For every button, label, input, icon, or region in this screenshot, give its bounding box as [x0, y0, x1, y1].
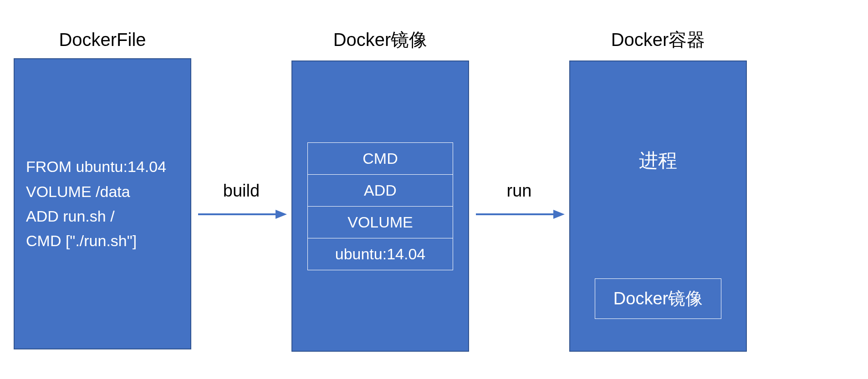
dockerfile-content: FROM ubuntu:14.04 VOLUME /data ADD run.s…	[15, 59, 190, 349]
dockerfile-line-add: ADD run.sh /	[26, 204, 179, 228]
layer-ubuntu: ubuntu:14.04	[308, 238, 453, 270]
container-title: Docker容器	[611, 27, 705, 52]
run-arrow-block: run	[469, 181, 569, 221]
container-column: Docker容器 进程 Docker镜像	[569, 27, 747, 352]
layer-stack: CMD ADD VOLUME ubuntu:14.04	[307, 142, 453, 270]
image-layers: CMD ADD VOLUME ubuntu:14.04	[292, 61, 468, 351]
build-arrow-block: build	[191, 181, 291, 221]
dockerfile-box: FROM ubuntu:14.04 VOLUME /data ADD run.s…	[14, 58, 191, 349]
image-column: Docker镜像 CMD ADD VOLUME ubuntu:14.04	[291, 27, 469, 352]
process-label: 进程	[639, 148, 677, 173]
dockerfile-line-volume: VOLUME /data	[26, 179, 179, 204]
dockerfile-line-from: FROM ubuntu:14.04	[26, 154, 179, 179]
container-content: 进程 Docker镜像	[570, 61, 746, 351]
run-arrow-label: run	[507, 181, 532, 201]
build-arrow-label: build	[223, 181, 260, 201]
dockerfile-column: DockerFile FROM ubuntu:14.04 VOLUME /dat…	[14, 30, 191, 349]
svg-marker-1	[276, 210, 287, 219]
svg-marker-3	[553, 210, 565, 219]
layer-add: ADD	[308, 175, 453, 207]
layer-volume: VOLUME	[308, 207, 453, 238]
image-title: Docker镜像	[333, 27, 428, 52]
run-arrow-icon	[474, 207, 565, 221]
diagram-container: DockerFile FROM ubuntu:14.04 VOLUME /dat…	[0, 0, 868, 379]
inner-image-box: Docker镜像	[595, 278, 721, 319]
layer-cmd: CMD	[308, 143, 453, 175]
image-box: CMD ADD VOLUME ubuntu:14.04	[291, 61, 469, 352]
build-arrow-icon	[196, 207, 287, 221]
container-box: 进程 Docker镜像	[569, 61, 747, 352]
dockerfile-title: DockerFile	[59, 30, 146, 50]
dockerfile-line-cmd: CMD ["./run.sh"]	[26, 228, 179, 253]
